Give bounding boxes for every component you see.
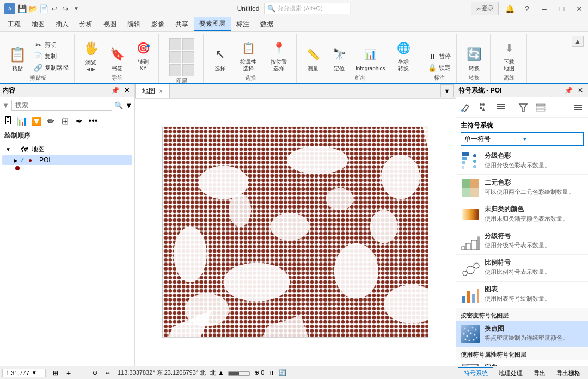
filter-layer-icon[interactable]: 🔽: [30, 115, 42, 127]
zoom-full-icon[interactable]: ⊙: [89, 368, 100, 378]
minimize-btn[interactable]: –: [536, 0, 553, 17]
symbol-dot-density[interactable]: 换点图 将点密度绘制为连续密度颜色。: [456, 321, 588, 347]
pan-icon[interactable]: ↔: [102, 368, 113, 378]
symbol-unclassified-color[interactable]: 未归类的颜色 使用未归类渐变颜色表示数量。: [456, 201, 588, 228]
select-button[interactable]: ↖ 选择: [208, 42, 232, 73]
ribbon-collapse[interactable]: ▲: [569, 34, 586, 83]
menu-share[interactable]: 共享: [170, 18, 194, 30]
layer-btn-2[interactable]: [182, 38, 194, 50]
quick-access-save[interactable]: 💾: [17, 4, 26, 13]
symbol-sym-btn[interactable]: [476, 100, 491, 115]
search-button[interactable]: 🔍: [114, 101, 123, 109]
undo[interactable]: ↩: [50, 4, 59, 13]
search-options[interactable]: ▼: [125, 101, 132, 109]
pause-button[interactable]: ⏸ 暂停: [426, 51, 453, 62]
draw-icon[interactable]: ✒: [73, 115, 85, 127]
help-btn[interactable]: ?: [518, 0, 536, 17]
global-search[interactable]: 🔍 分分搜索 (Alt+Q): [264, 3, 351, 14]
infographics-button[interactable]: 📊 Infographics: [353, 42, 387, 73]
refresh-icon[interactable]: 🔄: [279, 369, 286, 376]
scale-selector[interactable]: 1:31,777 ▼: [2, 369, 46, 377]
menu-map[interactable]: 地图: [26, 18, 50, 30]
symbol-dictionary[interactable]: 字典 使用符号字典和规则类绘制要素。: [456, 360, 588, 366]
search-input[interactable]: [11, 100, 112, 111]
menu-labeling[interactable]: 标注: [231, 18, 255, 30]
tab-symbol-system[interactable]: 符号系统: [458, 367, 493, 378]
select-loc-button[interactable]: 📍 按位置选择: [265, 36, 293, 73]
coord-transform-button[interactable]: 🌐 坐标转换: [389, 36, 418, 73]
expand-map-icon[interactable]: ▼: [4, 146, 12, 152]
layer-btn-6[interactable]: [182, 64, 194, 76]
expand-poi-icon[interactable]: ▶: [12, 157, 20, 163]
layer-btn-3[interactable]: [169, 51, 181, 63]
locate-button[interactable]: 🔭 定位: [327, 42, 351, 73]
symbol-tools-btn[interactable]: [493, 100, 509, 115]
menu-imagery[interactable]: 影像: [146, 18, 170, 30]
symbol-bivariate-color[interactable]: 二元色彩 可以使用两个二元色彩绘制数量。: [456, 175, 588, 201]
hamburger-icon[interactable]: [571, 100, 586, 115]
zoom-in-icon[interactable]: +: [63, 368, 74, 378]
quick-access-new[interactable]: 📄: [39, 4, 48, 13]
add-table-icon[interactable]: 📊: [16, 115, 28, 127]
add-layer-icon[interactable]: 🗄: [2, 115, 14, 127]
maximize-btn[interactable]: □: [553, 0, 571, 17]
menu-feature-layer[interactable]: 要素图层: [194, 17, 231, 31]
symbol-filter-btn[interactable]: [516, 100, 531, 115]
tab-export[interactable]: 导出: [528, 367, 551, 378]
zoom-out-icon[interactable]: –: [76, 368, 87, 378]
symbol-close-icon[interactable]: ✕: [575, 85, 586, 96]
pin-icon[interactable]: 📌: [109, 85, 120, 96]
transform-button[interactable]: 🔄 转换: [462, 42, 486, 73]
symbol-chart[interactable]: 图表 使用图表符号绘制数量。: [456, 282, 588, 308]
measure-button[interactable]: 📏 测量: [301, 42, 325, 73]
select-attr-button[interactable]: 📋 按属性选择: [234, 36, 262, 73]
menu-data[interactable]: 数据: [255, 18, 279, 30]
pause-icon[interactable]: ⏸: [268, 370, 274, 376]
cut-button[interactable]: ✂ 剪切: [32, 39, 71, 50]
symbol-classified-symbol[interactable]: 分级符号 使用分级符号表示数量。: [456, 228, 588, 255]
redo[interactable]: ↪: [61, 4, 70, 13]
menu-insert[interactable]: 插入: [50, 18, 74, 30]
symbol-list-btn[interactable]: [533, 100, 548, 115]
tab-geoprocessing[interactable]: 地理处理: [493, 367, 528, 378]
close-panel-icon[interactable]: ✕: [121, 85, 132, 96]
scale-dropdown-arrow[interactable]: ▼: [32, 370, 37, 376]
map-nav-icon[interactable]: ⊞: [50, 368, 61, 378]
layer-btn-1[interactable]: [169, 38, 181, 50]
symbol-pin-icon[interactable]: 📌: [563, 85, 574, 96]
map-canvas[interactable]: [135, 99, 456, 366]
copy-path-button[interactable]: 🔗 复制路径: [32, 62, 71, 73]
quick-access-open[interactable]: 📂: [28, 4, 37, 13]
download-map-button[interactable]: ⬇ 下载地图: [495, 36, 523, 73]
map-dropdown-btn[interactable]: ▼: [440, 84, 454, 97]
bookmark-button[interactable]: 🔖 书签: [105, 42, 129, 73]
goto-xy-button[interactable]: 🎯 转到XY: [131, 36, 155, 73]
unregistered-label[interactable]: 未登录: [471, 2, 499, 15]
grid-icon[interactable]: ⊞: [59, 115, 71, 127]
browse-button[interactable]: 🖐 浏览 ◀▶: [79, 36, 103, 73]
paste-button[interactable]: 📋 粘贴: [5, 42, 29, 73]
map-tab[interactable]: 地图 ✕: [135, 84, 170, 98]
layer-btn-4[interactable]: [182, 51, 194, 63]
sym-menu-btn[interactable]: [571, 100, 586, 115]
menu-project[interactable]: 工程: [2, 18, 26, 30]
close-btn[interactable]: ✕: [571, 0, 588, 17]
dropdown-customize[interactable]: ▼: [72, 4, 81, 13]
symbol-proportional[interactable]: 比例符号 使用比例符号表示数量。: [456, 255, 588, 282]
menu-analysis[interactable]: 分析: [74, 18, 98, 30]
more-options-icon[interactable]: •••: [87, 115, 99, 127]
lock-button[interactable]: 🔒 锁定: [426, 62, 453, 73]
map-tab-close[interactable]: ✕: [158, 88, 163, 94]
tab-export-raster[interactable]: 导出栅格: [551, 367, 586, 378]
symbol-paint-btn[interactable]: [458, 100, 474, 115]
edit-layer-icon[interactable]: ✏: [45, 115, 57, 127]
menu-edit[interactable]: 编辑: [122, 18, 146, 30]
layer-item-map[interactable]: ▼ 🗺 地图: [2, 144, 132, 155]
symbol-classified-color[interactable]: 分级色彩 使用分级色彩表示数量。: [456, 148, 588, 175]
layer-item-poi[interactable]: ▶ ✓ ● POI: [2, 155, 132, 165]
alert-btn[interactable]: 🔔: [501, 0, 518, 17]
copy-button[interactable]: 📄 复制: [32, 51, 71, 62]
layer-btn-5[interactable]: [169, 64, 181, 76]
symbol-dropdown[interactable]: 单一符号 ▼: [461, 132, 584, 146]
menu-view[interactable]: 视图: [98, 18, 122, 30]
